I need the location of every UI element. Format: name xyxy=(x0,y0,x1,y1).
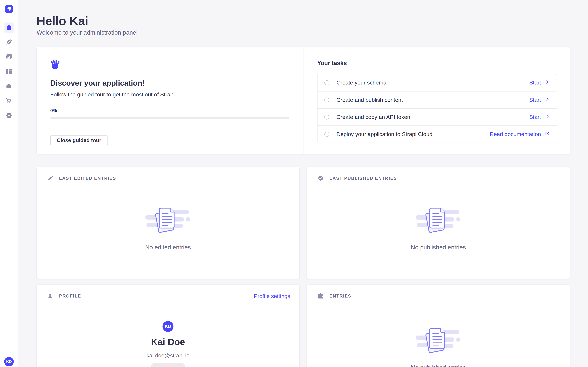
sidebar-user-avatar[interactable]: KD xyxy=(4,357,14,366)
media-library-icon xyxy=(5,53,13,61)
home-icon xyxy=(5,24,13,32)
task-label: Create and copy an API token xyxy=(337,114,410,120)
task-row-create-schema[interactable]: Create your schema Start xyxy=(318,74,557,91)
sidebar-item-media-library[interactable] xyxy=(4,52,14,62)
settings-gear-icon xyxy=(5,112,13,120)
guided-tour-panel: Discover your application! Follow the gu… xyxy=(37,47,303,154)
last-published-entries-widget: LAST PUBLISHED ENTRIES No published en xyxy=(307,167,570,279)
entries-widget: ENTRIES No published entries xyxy=(307,285,570,367)
task-action-label: Start xyxy=(529,79,541,86)
close-guided-tour-button[interactable]: Close guided tour xyxy=(50,135,108,145)
task-start-link[interactable]: Start xyxy=(529,79,550,86)
task-row-deploy-cloud[interactable]: Deploy your application to Strapi Cloud … xyxy=(318,125,557,142)
progress-bar xyxy=(50,117,289,119)
sidebar-item-home[interactable] xyxy=(4,23,14,33)
task-action-label: Start xyxy=(529,97,541,103)
widget-title: PROFILE xyxy=(59,294,81,299)
page-title: Hello Kai xyxy=(37,14,570,28)
widget-title: LAST PUBLISHED ENTRIES xyxy=(329,176,397,181)
page-subtitle: Welcome to your administration panel xyxy=(37,29,570,36)
task-action-label: Start xyxy=(529,114,541,120)
profile-widget: PROFILE Profile settings KD Kai Doe kai.… xyxy=(37,285,299,367)
tasks-heading: Your tasks xyxy=(317,60,557,67)
empty-state-text: No published entries xyxy=(411,364,466,367)
empty-state-text: No published entries xyxy=(411,244,466,251)
feather-icon xyxy=(5,39,13,46)
sidebar-item-settings[interactable] xyxy=(4,111,14,121)
guided-tour-card: Discover your application! Follow the gu… xyxy=(37,47,570,154)
task-status-circle xyxy=(324,132,329,137)
chevron-right-icon xyxy=(545,79,550,86)
pencil-icon xyxy=(47,175,53,182)
empty-documents-illustration xyxy=(145,205,191,234)
last-edited-entries-widget: LAST EDITED ENTRIES No edited entries xyxy=(37,167,299,279)
chevron-right-icon xyxy=(545,114,550,120)
profile-name: Kai Doe xyxy=(151,336,185,347)
task-label: Deploy your application to Strapi Cloud xyxy=(337,131,432,137)
marketplace-cart-icon xyxy=(5,97,13,105)
check-circle-icon xyxy=(317,175,324,182)
cloud-icon xyxy=(5,83,13,90)
layout-icon xyxy=(5,68,13,76)
sidebar-divider xyxy=(0,18,18,18)
sidebar-item-content-manager[interactable] xyxy=(4,37,14,48)
guided-tour-description: Follow the guided tour to get the most o… xyxy=(50,91,289,98)
progress-percent-label: 0% xyxy=(50,108,289,113)
sidebar: KD xyxy=(0,0,18,367)
task-row-api-token[interactable]: Create and copy an API token Start xyxy=(318,108,557,125)
puzzle-icon xyxy=(317,293,324,299)
empty-documents-illustration xyxy=(415,325,461,354)
guided-tour-title: Discover your application! xyxy=(50,79,289,87)
strapi-logo[interactable] xyxy=(5,0,13,18)
main-content: Hello Kai Welcome to your administration… xyxy=(18,0,588,367)
profile-avatar: KD xyxy=(163,321,173,332)
task-start-link[interactable]: Start xyxy=(529,97,550,103)
user-icon xyxy=(47,293,53,299)
tasks-list: Create your schema Start Create and publ… xyxy=(317,74,557,143)
task-status-circle xyxy=(324,98,329,102)
task-label: Create and publish content xyxy=(337,97,403,103)
sidebar-item-content-type-builder[interactable] xyxy=(4,67,14,77)
task-label: Create your schema xyxy=(337,79,386,86)
task-status-circle xyxy=(324,115,329,120)
widget-title: LAST EDITED ENTRIES xyxy=(59,176,116,181)
sidebar-item-marketplace[interactable] xyxy=(4,96,14,106)
empty-documents-illustration xyxy=(415,205,461,234)
task-action-label: Read documentation xyxy=(490,131,541,137)
role-badge xyxy=(151,363,185,367)
profile-settings-link[interactable]: Profile settings xyxy=(254,293,290,299)
task-read-documentation-link[interactable]: Read documentation xyxy=(490,131,550,137)
widget-title: ENTRIES xyxy=(329,294,352,299)
task-row-publish-content[interactable]: Create and publish content Start xyxy=(318,91,557,108)
tasks-panel: Your tasks Create your schema Start Crea… xyxy=(303,47,570,154)
waving-hand-icon xyxy=(50,59,289,70)
external-link-icon xyxy=(545,131,550,137)
task-start-link[interactable]: Start xyxy=(529,114,550,120)
sidebar-item-deploy[interactable] xyxy=(4,81,14,92)
empty-state-text: No edited entries xyxy=(145,244,191,251)
profile-email: kai.doe@strapi.io xyxy=(147,352,190,359)
chevron-right-icon xyxy=(545,97,550,103)
task-status-circle xyxy=(324,80,329,85)
